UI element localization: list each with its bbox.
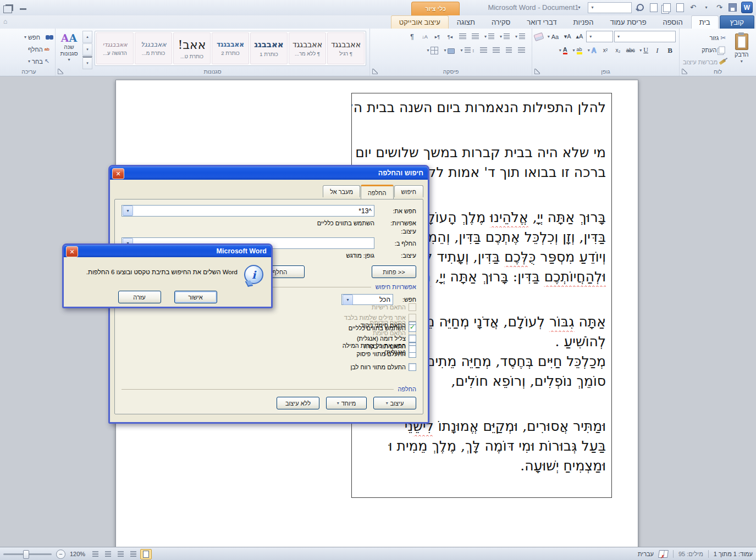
ok-button[interactable]: אישור <box>174 291 217 303</box>
format-painter-button[interactable]: מברשת עיצוב <box>681 56 728 68</box>
dialog-tab[interactable]: חיפוש <box>394 185 423 197</box>
clear-formatting-button[interactable] <box>533 31 544 42</box>
no-formatting-button[interactable]: ללא עיצוב <box>277 397 319 409</box>
font-size-combo[interactable] <box>586 31 613 42</box>
close-icon[interactable] <box>112 168 124 179</box>
page-indicator[interactable]: עמוד: 1 מתוך 1 <box>714 551 753 557</box>
dialog-title-bar[interactable]: חיפוש והחלפה <box>110 167 428 180</box>
ribbon-tab[interactable]: בית <box>691 15 719 29</box>
copy-button[interactable]: העתק <box>681 44 728 56</box>
italic-button[interactable]: I <box>652 45 663 56</box>
font-color-button[interactable]: A▾ <box>557 45 570 56</box>
draft-view-button[interactable] <box>90 549 101 559</box>
help-button[interactable]: עזרה <box>118 291 161 303</box>
gallery-more-icon[interactable]: ▾ <box>82 56 92 69</box>
style-card[interactable]: אאבבגגדי הדגשה ע... <box>96 32 134 64</box>
strikethrough-button[interactable]: abc <box>625 45 636 56</box>
reading-view-button[interactable] <box>128 549 139 559</box>
style-card[interactable]: אאבבגגל כותרת מ... <box>135 32 172 64</box>
increase-indent-button[interactable] <box>457 31 468 42</box>
gallery-scroll-down-icon[interactable]: ▾ <box>82 43 92 56</box>
style-card[interactable]: אאבבגגד ¶ ללא מר... <box>289 32 326 64</box>
font-dialog-launcher-icon[interactable] <box>534 69 540 74</box>
dialog-tab[interactable]: מעבר אל <box>323 185 360 197</box>
highlight-color-button[interactable]: ab▾ <box>571 45 584 56</box>
zoom-slider-thumb[interactable] <box>23 550 29 559</box>
style-card[interactable]: אאב! כותרת ט... <box>173 32 211 64</box>
paste-icon[interactable] <box>675 3 685 12</box>
gallery-scroll-up-icon[interactable]: ▴ <box>82 31 92 43</box>
zoom-out-button[interactable]: − <box>56 550 65 559</box>
ribbon-tab[interactable]: קובץ <box>720 15 754 29</box>
sort-button[interactable]: A↓ <box>419 31 431 42</box>
change-case-button[interactable]: Aa▾ <box>545 31 561 42</box>
align-right-button[interactable] <box>516 45 527 56</box>
show-paragraph-marks-button[interactable]: ¶ <box>406 31 418 42</box>
undo-dropdown-icon[interactable] <box>702 3 711 12</box>
superscript-button[interactable]: x² <box>599 45 611 56</box>
save-icon[interactable] <box>728 3 737 12</box>
find-button[interactable]: חפש ▾ <box>4 31 52 43</box>
ribbon-tab[interactable]: עיצוב אובייקט <box>391 15 449 29</box>
dialog-tab[interactable]: החלפה <box>361 185 394 199</box>
zoom-level[interactable]: 120% <box>70 551 85 557</box>
undo-icon[interactable]: ↶ <box>688 3 698 12</box>
quick-access-combo[interactable] <box>588 2 632 13</box>
numbering-button[interactable]: ▾ <box>498 31 512 42</box>
redo-icon[interactable]: ↷ <box>715 3 724 12</box>
dialog-checkbox[interactable]: צליל דומה (אנגלית) <box>333 335 416 342</box>
replace-button[interactable]: ab החלף <box>4 43 52 55</box>
styles-dialog-launcher-icon[interactable] <box>58 69 63 74</box>
paste-button[interactable]: הדבק ▾ <box>729 31 754 66</box>
print-preview-icon[interactable] <box>636 3 645 12</box>
style-card[interactable]: אאבבגג כותרת 1 <box>250 32 288 64</box>
grow-font-button[interactable]: A▴ <box>574 31 585 42</box>
dialog-checkbox[interactable]: התעלם מתווי רווח לבן <box>333 363 416 371</box>
shrink-font-button[interactable]: A▾ <box>562 31 573 42</box>
bold-button[interactable]: B <box>664 45 676 56</box>
ribbon-tab[interactable]: תצוגה <box>449 15 483 29</box>
chevron-down-icon[interactable] <box>123 206 133 216</box>
text-effects-button[interactable]: A▾ <box>586 45 599 56</box>
ltr-direction-button[interactable]: ¶▸ <box>432 31 443 42</box>
underline-button[interactable]: U▾ <box>637 45 650 56</box>
clipboard-dialog-launcher-icon[interactable] <box>682 69 687 74</box>
find-what-combo[interactable]: ^13* <box>122 205 374 217</box>
align-left-button[interactable] <box>490 45 502 56</box>
dialog-checkbox[interactable]: התאם רישיות <box>333 303 416 311</box>
shading-button[interactable]: ▾ <box>442 45 457 56</box>
style-card[interactable]: אאבבגגד כותרת 2 <box>212 32 249 64</box>
special-menu-button[interactable]: מיוחד▾ <box>326 397 367 409</box>
outline-view-button[interactable] <box>102 549 114 559</box>
rtl-direction-button[interactable]: ◂¶ <box>444 31 456 42</box>
align-center-button[interactable] <box>503 45 515 56</box>
ribbon-tab[interactable]: פריסת עמוד <box>602 15 655 29</box>
ribbon-tab[interactable]: סקירה <box>483 15 518 29</box>
toolbar-overflow-icon[interactable] <box>575 3 584 12</box>
line-spacing-button[interactable]: ↕▾ <box>458 45 477 56</box>
dialog-checkbox[interactable]: חפש את כל צורות המילה (אנגלית) <box>333 342 416 356</box>
paragraph-dialog-launcher-icon[interactable] <box>372 69 378 74</box>
change-styles-button[interactable]: AA שנה סגנונות ▾ <box>58 31 80 65</box>
decrease-indent-button[interactable] <box>470 31 481 42</box>
cut-button[interactable]: ✂ גזור <box>681 32 728 43</box>
less-button[interactable]: << פחות <box>372 265 416 278</box>
restore-window-icon[interactable] <box>3 5 12 13</box>
spellcheck-error-icon[interactable] <box>658 550 669 558</box>
font-name-combo[interactable] <box>614 31 676 42</box>
borders-button[interactable]: ▾ <box>424 45 440 56</box>
web-layout-view-button[interactable] <box>115 549 126 559</box>
new-document-icon[interactable] <box>649 3 658 12</box>
dialog-checkbox[interactable]: אתר מילים שלמות בלבד <box>333 314 416 321</box>
select-button[interactable]: ↖ בחר ▾ <box>4 56 52 67</box>
dialog-checkbox[interactable]: השתמש בתווים כלליים <box>333 324 416 332</box>
style-card[interactable]: אאבבגגד ¶ רגיל <box>327 32 365 64</box>
subscript-button[interactable]: x₂ <box>612 45 623 56</box>
zoom-slider[interactable] <box>3 553 52 555</box>
copy-icon[interactable] <box>662 3 671 12</box>
justify-button[interactable] <box>478 45 489 56</box>
bullets-button[interactable]: ▾ <box>513 31 527 42</box>
ribbon-tab[interactable]: הוספה <box>655 15 691 29</box>
format-menu-button[interactable]: עיצוב▾ <box>373 397 416 409</box>
ribbon-tab[interactable]: הפניות <box>565 15 602 29</box>
